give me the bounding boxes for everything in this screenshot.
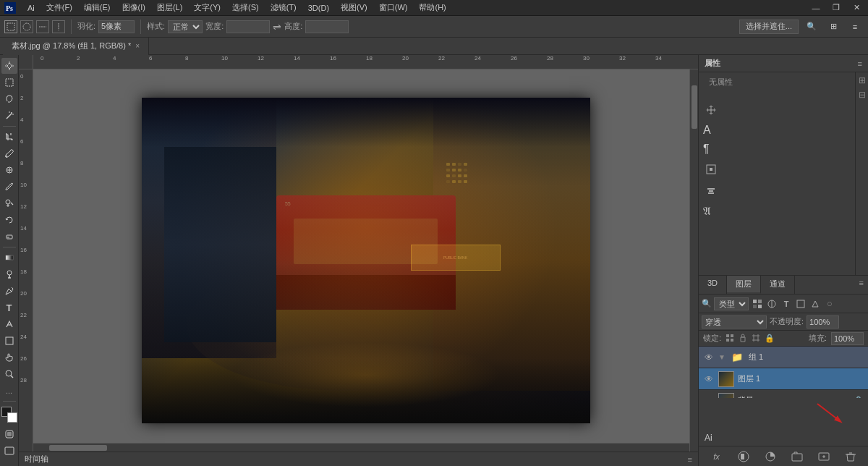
filter-type-icon[interactable]: T — [780, 297, 793, 310]
layer-delete-btn[interactable] — [843, 449, 859, 465]
tab-close-btn[interactable]: × — [135, 42, 140, 50]
filter-pixel-icon[interactable] — [751, 297, 764, 310]
vertical-scrollbar[interactable] — [689, 69, 698, 452]
menu-filter[interactable]: 滤镜(T) — [265, 1, 302, 14]
gradient-tool[interactable] — [1, 250, 17, 266]
ruler-v-24: 24 — [20, 334, 27, 340]
prop-transform-btn[interactable] — [703, 161, 719, 177]
menu-help[interactable]: 帮助(H) — [413, 1, 451, 14]
tab-3d[interactable]: 3D — [699, 276, 727, 294]
brush-tool[interactable] — [1, 179, 17, 195]
grid-icon[interactable]: ⊞ — [825, 18, 842, 35]
search-icon[interactable]: 🔍 — [803, 18, 820, 35]
marquee-single-col-btn[interactable] — [52, 20, 65, 33]
layer-mask-btn[interactable] — [736, 449, 752, 465]
menu-layers[interactable]: 图层(L) — [151, 1, 188, 14]
marquee-tool[interactable] — [1, 75, 17, 90]
menu-file[interactable]: 文件(F) — [41, 1, 78, 14]
opacity-input[interactable] — [807, 315, 839, 329]
height-input[interactable] — [305, 20, 349, 33]
more-icon[interactable]: ≡ — [846, 18, 864, 35]
pen-tool[interactable] — [1, 283, 17, 299]
toolbar-sep1 — [3, 126, 16, 127]
layer-background[interactable]: 👁 背景 🔒 — [699, 390, 868, 398]
menu-ai[interactable]: Ai — [22, 2, 41, 14]
layer-group-btn[interactable] — [789, 449, 805, 465]
close-btn[interactable]: ✕ — [848, 0, 865, 17]
menu-select[interactable]: 选择(S) — [226, 1, 265, 14]
more-tools-btn[interactable]: ... — [1, 383, 17, 399]
eraser-tool[interactable] — [1, 229, 17, 245]
panel-menu-btn[interactable]: ≡ — [858, 59, 862, 68]
prop-align-btn[interactable] — [703, 183, 719, 199]
tab-layers[interactable]: 图层 — [727, 276, 761, 294]
background-color[interactable] — [7, 412, 17, 423]
menu-3d[interactable]: 3D(D) — [302, 2, 335, 14]
screen-mode-btn[interactable] — [1, 443, 17, 459]
horizontal-scrollbar[interactable] — [33, 443, 698, 452]
ruler-h-6: 6 — [149, 55, 152, 62]
layer-new-btn[interactable] — [816, 449, 832, 465]
eyedropper-tool[interactable] — [1, 145, 17, 161]
fill-input[interactable] — [831, 332, 864, 345]
menu-image[interactable]: 图像(I) — [116, 1, 151, 14]
menu-window[interactable]: 窗口(W) — [373, 1, 414, 14]
prop-right-btn2[interactable]: ⊟ — [859, 90, 866, 100]
move-tool[interactable] — [1, 58, 17, 74]
prop-para-btn[interactable]: ¶ — [703, 143, 710, 156]
layer-eye-1[interactable]: 👁 — [703, 374, 715, 384]
lasso-tool[interactable] — [1, 91, 17, 107]
minimize-btn[interactable]: — — [807, 0, 825, 17]
marquee-single-row-btn[interactable] — [36, 20, 49, 33]
filter-adj-icon[interactable] — [765, 297, 778, 310]
history-brush-tool[interactable] — [1, 212, 17, 228]
prop-font-style-btn[interactable]: 𝔄 — [703, 205, 711, 218]
prop-right-btn1[interactable]: ⊞ — [859, 75, 866, 85]
swap-wh-icon[interactable]: ⇌ — [273, 21, 281, 33]
menu-view[interactable]: 视图(V) — [335, 1, 373, 14]
prop-text-btn[interactable]: A — [703, 124, 711, 137]
lock-pos-icon[interactable] — [739, 334, 747, 344]
layer-group-1[interactable]: 👁 ▼ 📁 组 1 — [699, 347, 868, 368]
magic-wand-tool[interactable] — [1, 108, 17, 124]
path-select-tool[interactable] — [1, 316, 17, 332]
lock-pixel-icon[interactable] — [726, 334, 734, 344]
dodge-tool[interactable] — [1, 266, 17, 282]
heal-tool[interactable] — [1, 162, 17, 178]
zoom-tool[interactable] — [1, 366, 17, 382]
quick-mask-tool[interactable] — [1, 426, 17, 442]
maximize-btn[interactable]: ❐ — [827, 0, 845, 17]
layers-type-select[interactable]: 类型 — [714, 297, 749, 310]
menu-edit[interactable]: 编辑(E) — [78, 1, 116, 14]
color-swatches[interactable] — [1, 407, 17, 423]
select-subject-btn[interactable]: 选择并遮住... — [739, 20, 799, 34]
prop-move-btn[interactable] — [703, 102, 719, 118]
layers-menu-btn[interactable]: ≡ — [855, 276, 868, 294]
filter-smart-icon[interactable] — [809, 297, 822, 310]
width-input[interactable] — [226, 20, 270, 33]
layer-1-name: 图层 1 — [738, 373, 864, 384]
filter-toggle[interactable]: ○ — [823, 297, 836, 310]
marquee-ellipse-btn[interactable] — [20, 20, 33, 33]
tab-channels[interactable]: 通道 — [761, 276, 795, 294]
text-tool[interactable]: T — [1, 300, 17, 315]
layer-fx-btn[interactable]: fx — [709, 449, 725, 465]
lock-all-icon[interactable]: 🔒 — [765, 334, 775, 343]
feather-input[interactable] — [98, 20, 135, 33]
lock-artboard-icon[interactable] — [752, 334, 760, 344]
layer-expand-group[interactable]: ▼ — [718, 353, 726, 361]
style-select[interactable]: 正常 — [168, 20, 203, 33]
blend-mode-select[interactable]: 穿透 — [702, 315, 767, 329]
layer-1[interactable]: 👁 图层 1 — [699, 368, 868, 390]
menu-type[interactable]: 文字(Y) — [188, 1, 226, 14]
layer-adjustment-btn[interactable] — [762, 449, 778, 465]
marquee-rect-btn[interactable] — [4, 20, 17, 33]
filter-shape-icon[interactable] — [794, 297, 807, 310]
crop-tool[interactable] — [1, 129, 17, 145]
hand-tool[interactable] — [1, 350, 17, 365]
shape-tool[interactable] — [1, 333, 17, 349]
document-tab[interactable]: 素材.jpg @ 17.8% (组 1, RGB/8) * × — [3, 38, 149, 55]
svg-rect-34 — [753, 300, 757, 303]
layer-eye-group[interactable]: 👁 — [703, 352, 715, 363]
clone-stamp-tool[interactable] — [1, 195, 17, 211]
